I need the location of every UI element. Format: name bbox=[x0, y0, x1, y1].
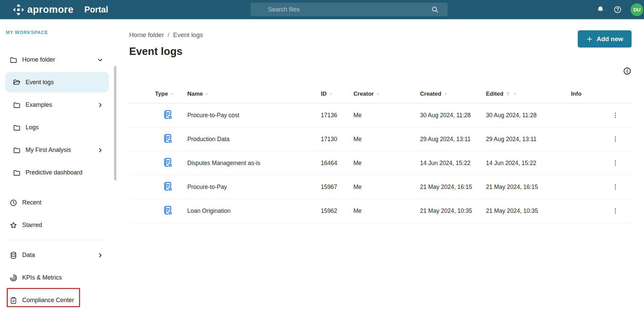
sidebar-item-predictive-dashboard[interactable]: Predictive dashboard bbox=[5, 161, 109, 184]
column-header-created[interactable]: Created bbox=[420, 91, 486, 97]
sidebar-item-starred[interactable]: Starred bbox=[5, 214, 109, 236]
sidebar-scrollbar[interactable] bbox=[114, 66, 116, 181]
search-box bbox=[251, 3, 448, 16]
column-header-edited[interactable]: Edited bbox=[486, 91, 571, 97]
sidebar: MY WORKSPACE Home folder Event logs bbox=[0, 19, 109, 324]
row-edited: 29 Aug 2024, 13:11 bbox=[486, 136, 571, 143]
chevron-right-icon[interactable] bbox=[97, 252, 104, 259]
sort-chevron-icon bbox=[329, 92, 333, 96]
table-row[interactable]: Loan Origination 15962 Me 21 May 2024, 1… bbox=[129, 199, 632, 223]
column-header-name[interactable]: Name bbox=[187, 91, 321, 97]
clock-icon bbox=[9, 199, 17, 207]
sidebar-item-my-first-analysis[interactable]: My First Analysis bbox=[5, 139, 109, 161]
sidebar-item-label: Starred bbox=[22, 222, 42, 229]
search-icon[interactable] bbox=[431, 5, 439, 13]
event-log-icon bbox=[162, 133, 173, 144]
add-new-button[interactable]: Add new bbox=[578, 30, 632, 47]
row-info-cell bbox=[571, 182, 632, 192]
column-header-creator[interactable]: Creator bbox=[353, 91, 420, 97]
notifications-bell-icon[interactable] bbox=[596, 5, 605, 14]
info-icon[interactable] bbox=[623, 67, 632, 75]
help-icon[interactable] bbox=[613, 5, 622, 14]
folder-icon bbox=[9, 56, 17, 64]
brand[interactable]: apromore bbox=[0, 4, 74, 16]
row-actions-menu-button[interactable] bbox=[611, 182, 620, 192]
table-row[interactable]: Production Data 17130 Me 29 Aug 2024, 13… bbox=[129, 127, 632, 151]
row-created: 29 Aug 2024, 13:11 bbox=[420, 136, 486, 143]
plus-icon bbox=[586, 36, 593, 42]
row-actions-menu-button[interactable] bbox=[611, 206, 620, 216]
sidebar-item-label: My First Analysis bbox=[26, 147, 71, 154]
files-table: Type Name ID Creator Created bbox=[129, 85, 632, 223]
row-info-cell bbox=[571, 110, 632, 120]
topbar-actions: DU bbox=[596, 0, 643, 19]
column-label: ID bbox=[321, 91, 327, 97]
star-icon bbox=[9, 221, 17, 229]
column-header-type[interactable]: Type bbox=[155, 91, 187, 97]
row-edited: 21 May 2024, 16:15 bbox=[486, 184, 571, 191]
sidebar-item-event-logs[interactable]: Event logs bbox=[5, 72, 109, 92]
event-log-icon bbox=[162, 181, 173, 192]
kebab-menu-icon bbox=[612, 183, 619, 191]
product-title: Portal bbox=[84, 5, 108, 14]
sidebar-item-logs[interactable]: Logs bbox=[5, 116, 109, 139]
row-name[interactable]: Production Data bbox=[187, 136, 321, 143]
row-name[interactable]: Disputes Management as-is bbox=[187, 160, 321, 167]
sort-chevron-icon bbox=[443, 92, 448, 96]
user-avatar[interactable]: DU bbox=[631, 3, 643, 16]
table-info-row bbox=[129, 67, 632, 75]
row-actions-menu-button[interactable] bbox=[611, 110, 620, 120]
row-id: 17130 bbox=[321, 136, 353, 143]
row-actions-menu-button[interactable] bbox=[611, 134, 620, 144]
sidebar-item-label: Event logs bbox=[26, 79, 54, 86]
breadcrumb-current: Event logs bbox=[173, 31, 203, 39]
folder-icon bbox=[13, 101, 21, 109]
column-label: Creator bbox=[353, 91, 374, 97]
breadcrumb-separator: / bbox=[168, 31, 169, 39]
chevron-down-icon[interactable] bbox=[97, 57, 104, 63]
row-name[interactable]: Procure-to-Pay cost bbox=[187, 112, 321, 119]
sidebar-item-label: Data bbox=[22, 252, 35, 259]
chevron-right-icon[interactable] bbox=[97, 102, 104, 108]
row-created: 14 Jun 2024, 15:22 bbox=[420, 160, 486, 167]
sidebar-item-home-folder[interactable]: Home folder bbox=[5, 48, 109, 71]
row-info-cell bbox=[571, 158, 632, 168]
row-name[interactable]: Loan Origination bbox=[187, 207, 321, 215]
column-label: Edited bbox=[486, 91, 503, 97]
sidebar-item-compliance-center[interactable]: Compliance Center bbox=[5, 289, 109, 312]
sidebar-item-examples[interactable]: Examples bbox=[5, 94, 109, 116]
sidebar-item-label: KPIs & Metrics bbox=[22, 274, 62, 281]
table-row[interactable]: Procure-to-Pay 15967 Me 21 May 2024, 16:… bbox=[129, 175, 632, 199]
row-actions-menu-button[interactable] bbox=[611, 158, 620, 168]
event-log-icon bbox=[162, 205, 173, 216]
sidebar-item-recent[interactable]: Recent bbox=[5, 191, 109, 214]
sidebar-item-kpis-metrics[interactable]: KPIs & Metrics bbox=[5, 266, 109, 289]
column-label: Name bbox=[187, 91, 203, 97]
search-input[interactable] bbox=[251, 3, 431, 16]
event-log-icon bbox=[162, 109, 173, 120]
row-creator: Me bbox=[353, 184, 420, 191]
table-row[interactable]: Procure-to-Pay cost 17136 Me 30 Aug 2024… bbox=[129, 103, 632, 127]
gauge-icon bbox=[9, 274, 17, 282]
sidebar-item-data[interactable]: Data bbox=[5, 244, 109, 266]
database-icon bbox=[9, 251, 17, 259]
event-log-icon bbox=[162, 157, 173, 168]
row-type-cell bbox=[155, 205, 187, 217]
row-info-cell bbox=[571, 134, 632, 144]
sidebar-item-label: Logs bbox=[26, 124, 39, 131]
row-id: 15962 bbox=[321, 207, 353, 215]
chevron-right-icon[interactable] bbox=[97, 147, 104, 154]
row-id: 16464 bbox=[321, 160, 353, 167]
column-header-id[interactable]: ID bbox=[321, 91, 353, 97]
row-name[interactable]: Procure-to-Pay bbox=[187, 184, 321, 191]
row-creator: Me bbox=[353, 136, 420, 143]
table-row[interactable]: Disputes Management as-is 16464 Me 14 Ju… bbox=[129, 151, 632, 175]
row-info-cell bbox=[571, 206, 632, 216]
column-label: Type bbox=[155, 91, 168, 97]
row-type-cell bbox=[155, 157, 187, 169]
page-title: Event logs bbox=[129, 45, 632, 58]
topbar: apromore Portal DU bbox=[0, 0, 644, 19]
main-content: Home folder / Event logs Event logs Add … bbox=[109, 19, 644, 324]
breadcrumb-home-folder[interactable]: Home folder bbox=[129, 31, 164, 39]
row-created: 21 May 2024, 16:15 bbox=[420, 184, 486, 191]
